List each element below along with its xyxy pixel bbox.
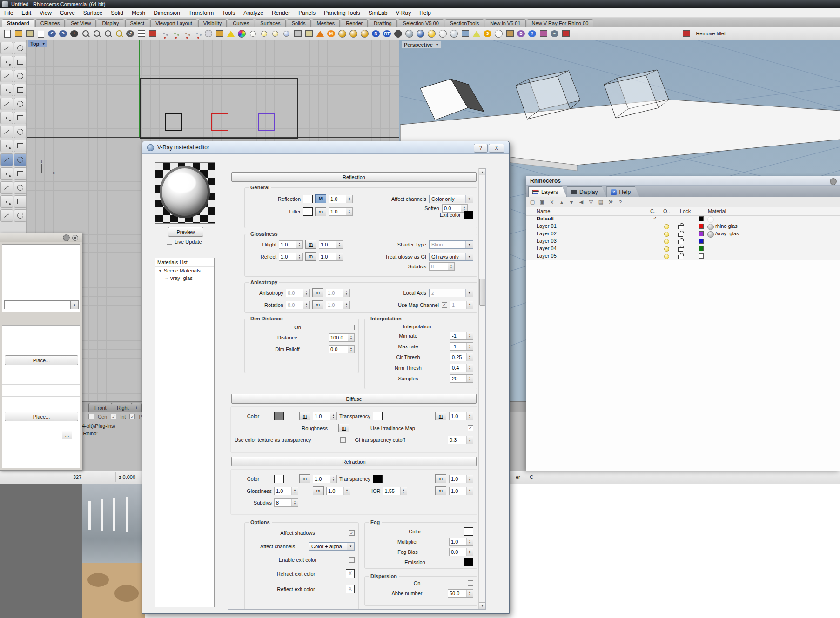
tab-layers[interactable]: Layers <box>528 186 567 197</box>
workspace-tab-solids[interactable]: Solids <box>287 19 311 27</box>
move-up-icon[interactable]: ▲ <box>558 199 565 205</box>
box-outline-black[interactable] <box>165 113 182 131</box>
loft-icon[interactable] <box>14 140 27 152</box>
lock-icon[interactable] <box>293 29 302 39</box>
layers-list-empty[interactable] <box>526 260 840 471</box>
filter-map-button[interactable]: m <box>315 207 326 216</box>
reflection-map-button[interactable]: M <box>315 194 326 203</box>
layer-lock-icon[interactable] <box>678 233 683 237</box>
duplicate-layer-icon[interactable]: ▣ <box>539 199 545 205</box>
reflect-map-button[interactable]: m <box>305 252 316 261</box>
box-outline-red[interactable] <box>211 113 228 131</box>
dispersion-on-checkbox[interactable] <box>468 580 473 586</box>
undo-icon[interactable]: ↶ <box>47 29 57 39</box>
help-button[interactable]: ? <box>474 144 488 153</box>
menu-curve[interactable]: Curve <box>56 9 79 17</box>
dome-light-icon[interactable] <box>438 29 448 39</box>
preview-button[interactable]: Preview <box>168 227 203 237</box>
rotate-icon[interactable] <box>181 29 191 39</box>
rotation-map-button[interactable]: m <box>312 300 323 309</box>
tree-scene-materials[interactable]: ▾ Scene Materials <box>155 267 214 274</box>
tree-collapsed-icon[interactable]: ▹ <box>165 276 168 280</box>
diffuse-mult-spinner[interactable]: 1.0▲▼ <box>313 412 337 420</box>
lamp-yellow-icon[interactable] <box>259 29 269 39</box>
refract-exit-color-button[interactable]: X <box>346 569 355 578</box>
anisotropy-mult-spinner[interactable]: 1.0▲▼ <box>326 289 350 297</box>
browse-button[interactable]: ... <box>62 431 72 439</box>
texture-pack-icon[interactable] <box>505 29 515 39</box>
orient-icon[interactable] <box>203 29 213 39</box>
refraction-subdivs-spinner[interactable]: 8▲▼ <box>274 498 298 507</box>
fillet-corner-icon[interactable] <box>226 29 235 39</box>
diffuse-transparency-spinner[interactable]: 1.0▲▼ <box>449 412 473 420</box>
menu-surface[interactable]: Surface <box>79 9 107 17</box>
anisotropy-spinner[interactable]: 0.0▲▼ <box>286 289 310 297</box>
layer-row-layer-01[interactable]: Layer 01rhino glas <box>526 223 840 230</box>
use-map-channel-checkbox[interactable] <box>442 302 447 308</box>
layer-tools-icon[interactable]: ⚒ <box>607 199 614 205</box>
record-icon[interactable] <box>72 235 78 241</box>
split-icon[interactable] <box>14 167 27 180</box>
layer-lock-icon[interactable] <box>678 247 683 252</box>
min-rate-spinner[interactable]: -1▲▼ <box>450 332 473 340</box>
reflect-exit-color-button[interactable]: X <box>346 585 355 593</box>
array-icon[interactable] <box>215 29 224 39</box>
map-channel-spinner[interactable]: 1▲▼ <box>450 301 473 309</box>
menu-help[interactable]: Help <box>415 9 435 17</box>
reflect-mult-spinner[interactable]: 1.0▲▼ <box>319 253 343 261</box>
sun-light-icon[interactable] <box>427 29 437 39</box>
vray-rt-icon[interactable]: RT <box>382 29 392 39</box>
layer-on-bulb-icon[interactable] <box>664 254 669 259</box>
section-header-refraction[interactable]: Refraction <box>231 457 477 466</box>
ior-map-button[interactable]: m <box>435 486 446 495</box>
dim-falloff-spinner[interactable]: 0.0▲▼ <box>329 345 355 353</box>
max-rate-spinner[interactable]: -1▲▼ <box>450 342 473 351</box>
workspace-tab-set-view[interactable]: Set View <box>66 19 96 27</box>
fillet-icon[interactable] <box>0 195 13 208</box>
abbe-number-spinner[interactable]: 50.0▲▼ <box>448 589 473 598</box>
ellipse-icon[interactable] <box>14 84 27 96</box>
ior-spinner[interactable]: 1.55▲▼ <box>383 487 407 495</box>
undo-view-icon[interactable]: ↺ <box>125 29 135 39</box>
layer-lock-icon[interactable] <box>678 225 683 229</box>
material-sphere-icon[interactable] <box>707 216 714 223</box>
place-button-2[interactable]: Place... <box>5 412 78 421</box>
roughness-map-button[interactable]: m <box>338 424 349 432</box>
gi-cutoff-spinner[interactable]: 0.3▲▼ <box>448 436 473 444</box>
emission-color-swatch[interactable] <box>464 558 473 566</box>
filter-color-swatch[interactable] <box>303 207 313 216</box>
menu-paneling-tools[interactable]: Paneling Tools <box>320 9 364 17</box>
affect-channels-dropdown[interactable]: Color only▼ <box>429 195 473 203</box>
hilight-spinner[interactable]: 1.0▲▼ <box>279 240 303 249</box>
plane-icon[interactable] <box>0 112 13 124</box>
vray-options-icon[interactable] <box>393 29 403 39</box>
menu-edit[interactable]: Edit <box>17 9 35 17</box>
menu-render[interactable]: Render <box>268 9 294 17</box>
boolean-difference-icon[interactable] <box>14 153 27 166</box>
copy-icon[interactable] <box>170 29 180 39</box>
workspace-tab-drafting[interactable]: Drafting <box>369 19 397 27</box>
menu-mesh[interactable]: Mesh <box>128 9 149 17</box>
scale-icon[interactable] <box>192 29 202 39</box>
plugin-icon[interactable] <box>538 29 548 39</box>
move-icon[interactable] <box>0 209 13 222</box>
diffuse-transparency-swatch[interactable] <box>373 412 383 420</box>
subdivs-spinner[interactable]: 8▲▼ <box>429 262 455 271</box>
control-points-icon[interactable] <box>14 42 27 54</box>
fog-color-swatch[interactable] <box>464 527 473 536</box>
anisotropy-map-button[interactable]: m <box>312 288 323 297</box>
blue-sphere-icon[interactable] <box>416 29 425 39</box>
menu-solid[interactable]: Solid <box>107 9 128 17</box>
tree-expanded-icon[interactable]: ▾ <box>158 269 162 273</box>
layer-on-bulb-icon[interactable] <box>664 246 669 252</box>
menu-dimension[interactable]: Dimension <box>149 9 184 17</box>
place-button-1[interactable]: Place... <box>5 355 78 365</box>
sun-system-icon[interactable]: S <box>483 29 492 39</box>
options-affect-channels-dropdown[interactable]: Color + alpha▼ <box>309 542 355 551</box>
workspace-tab-visibility[interactable]: Visibility <box>198 19 227 27</box>
layer-help-icon[interactable]: ? <box>617 199 624 205</box>
pan-icon[interactable]: + <box>69 29 79 39</box>
batch-render-icon[interactable]: B <box>516 29 526 39</box>
samples-spinner[interactable]: 20▲▼ <box>450 374 473 383</box>
refraction-mult-spinner[interactable]: 1.0▲▼ <box>313 475 337 483</box>
